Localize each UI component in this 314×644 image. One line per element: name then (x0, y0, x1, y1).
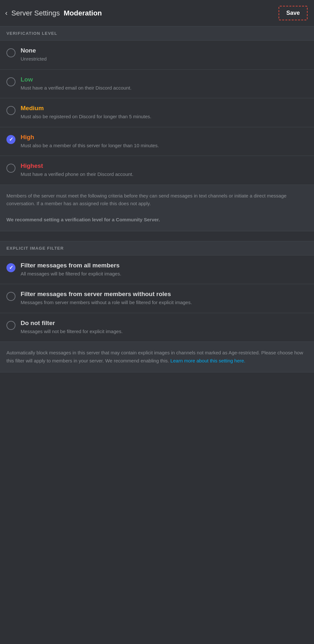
filter-all-desc: All messages will be filtered for explic… (21, 270, 121, 278)
verification-high-label: High (21, 134, 159, 141)
do-not-filter-option[interactable]: Do not filter Messages will not be filte… (0, 313, 314, 342)
filter-all-option[interactable]: ✓ Filter messages from all members All m… (0, 255, 314, 284)
filter-no-roles-text: Filter messages from server members with… (21, 291, 192, 306)
verification-medium-text: Medium Must also be registered on Discor… (21, 105, 151, 120)
explicit-info-box: Automatically block messages in this ser… (0, 342, 314, 372)
verification-info-box: Members of the server must meet the foll… (0, 185, 314, 231)
verification-medium-desc: Must also be registered on Discord for l… (21, 113, 151, 120)
verification-level-header: VERIFICATION LEVEL (0, 26, 314, 41)
back-button[interactable]: ‹ (5, 9, 7, 17)
save-button[interactable]: Save (279, 6, 308, 20)
verification-highest-text: Highest Must have a verified phone on th… (21, 162, 133, 178)
do-not-filter-text: Do not filter Messages will not be filte… (21, 320, 123, 335)
verification-low-label: Low (21, 76, 131, 83)
verification-high-radio[interactable]: ✓ (6, 135, 15, 144)
verification-none-label: None (21, 47, 47, 54)
verification-highest-label: Highest (21, 162, 133, 169)
explicit-info-text: Automatically block messages in this ser… (6, 350, 303, 363)
verification-none-option[interactable]: None Unrestricted (0, 41, 314, 70)
verification-highest-radio[interactable] (6, 164, 15, 173)
verification-high-option[interactable]: ✓ High Must also be a member of this ser… (0, 127, 314, 156)
server-settings-label: Server Settings (11, 9, 60, 17)
verification-low-text: Low Must have a verified email on their … (21, 76, 131, 92)
explicit-image-filter-header: EXPLICIT IMAGE FILTER (0, 241, 314, 255)
verification-medium-option[interactable]: Medium Must also be registered on Discor… (0, 98, 314, 127)
verification-low-radio[interactable] (6, 77, 15, 86)
verification-low-desc: Must have a verified email on their Disc… (21, 84, 131, 92)
check-icon-2: ✓ (9, 264, 13, 271)
filter-no-roles-radio[interactable] (6, 292, 15, 301)
filter-no-roles-desc: Messages from server members without a r… (21, 299, 192, 306)
filter-no-roles-option[interactable]: Filter messages from server members with… (0, 284, 314, 313)
filter-all-radio[interactable]: ✓ (6, 263, 15, 272)
verification-none-desc: Unrestricted (21, 55, 47, 63)
spacer-1 (0, 231, 314, 241)
verification-info-recommendation: We recommend setting a verification leve… (6, 217, 160, 222)
filter-no-roles-label: Filter messages from server members with… (21, 291, 192, 298)
do-not-filter-label: Do not filter (21, 320, 123, 327)
verification-highest-desc: Must have a verified phone on their Disc… (21, 171, 133, 178)
verification-medium-radio[interactable] (6, 106, 15, 115)
page-title: Moderation (64, 9, 102, 17)
do-not-filter-radio[interactable] (6, 321, 15, 330)
verification-low-option[interactable]: Low Must have a verified email on their … (0, 70, 314, 99)
check-icon: ✓ (9, 136, 13, 142)
verification-high-desc: Must also be a member of this server for… (21, 142, 159, 149)
header: ‹ Server Settings Moderation Save (0, 0, 314, 26)
filter-all-label: Filter messages from all members (21, 262, 121, 269)
explicit-info-link[interactable]: Learn more about this setting here. (170, 358, 245, 363)
verification-info-text: Members of the server must meet the foll… (6, 193, 287, 207)
verification-high-text: High Must also be a member of this serve… (21, 134, 159, 149)
verification-none-text: None Unrestricted (21, 47, 47, 63)
verification-none-radio[interactable] (6, 48, 15, 57)
do-not-filter-desc: Messages will not be filtered for explic… (21, 328, 123, 335)
verification-highest-option[interactable]: Highest Must have a verified phone on th… (0, 156, 314, 185)
verification-medium-label: Medium (21, 105, 151, 112)
filter-all-text: Filter messages from all members All mes… (21, 262, 121, 278)
header-left: ‹ Server Settings Moderation (5, 9, 102, 17)
